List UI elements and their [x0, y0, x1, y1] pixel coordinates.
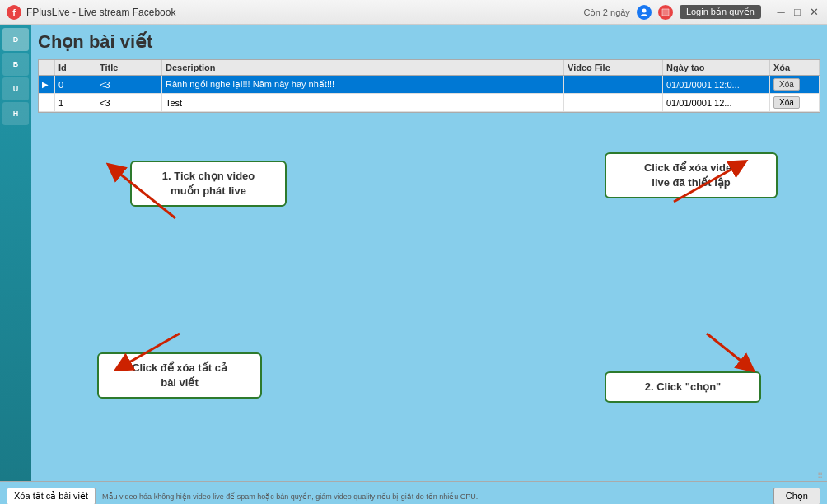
row-ngaytao: 01/01/0001 12... — [663, 94, 770, 111]
login-button[interactable]: Login bản quyền — [680, 5, 761, 19]
status-info: Còn 2 ngày — [584, 7, 630, 17]
row-arrow — [39, 94, 55, 111]
sidebar-item-d[interactable]: D — [2, 28, 29, 51]
page-title: Chọn bài viết — [38, 31, 820, 53]
col-arrow — [39, 60, 55, 75]
title-bar-right: Còn 2 ngày Login bản quyền ─ □ ✕ — [584, 5, 820, 20]
note-text: Mẫu video hóa không hiện video live để s… — [102, 492, 767, 501]
content-area: Chọn bài viết Id Title Description Video… — [31, 25, 827, 481]
maximize-button[interactable]: □ — [791, 6, 804, 19]
window-controls: ─ □ ✕ — [774, 6, 820, 19]
sidebar-item-u[interactable]: U — [2, 77, 29, 100]
sidebar: D B U H — [0, 25, 31, 481]
sidebar-item-h[interactable]: H — [2, 102, 29, 125]
row-videofile — [564, 94, 663, 111]
row-arrow: ▶ — [39, 76, 55, 93]
row-ngaytao: 01/01/0001 12:0... — [663, 76, 770, 93]
table-row[interactable]: 1 <3 Test 01/01/0001 12... Xóa — [39, 94, 820, 112]
col-ngaytao: Ngày tao — [663, 60, 770, 75]
close-button[interactable]: ✕ — [807, 6, 820, 19]
row-description: Test — [162, 94, 564, 111]
title-bar: f FPlusLive - Live stream Facebook Còn 2… — [0, 0, 827, 25]
video-table: Id Title Description Video File Ngày tao… — [38, 59, 820, 113]
app-logo: f — [7, 5, 21, 20]
user-icon[interactable] — [637, 5, 652, 20]
table-row[interactable]: ▶ 0 <3 Rành ngồi nghe lại!!! Năm này hay… — [39, 76, 820, 94]
annotation-2: Click để xóa video live đã thiết lập — [605, 152, 778, 198]
xoa-button-2[interactable]: Xóa — [773, 96, 800, 109]
annotation-4: 2. Click "chọn" — [605, 371, 761, 403]
resize-handle[interactable]: ⠿ — [817, 471, 825, 479]
annotation-1: 1. Tick chọn video muốn phát live — [130, 161, 287, 207]
svg-point-0 — [642, 8, 646, 12]
row-id: 1 — [55, 94, 96, 111]
annotation-3: Click để xóa tất cả bài viết — [97, 352, 262, 399]
row-xoa-cell: Xóa — [770, 76, 820, 93]
col-xoa: Xóa — [770, 60, 820, 75]
row-title: <3 — [96, 94, 162, 111]
delete-all-button[interactable]: Xóa tất cả bài viết — [7, 488, 96, 504]
sidebar-item-b[interactable]: B — [2, 53, 29, 76]
flag-icon[interactable] — [658, 5, 673, 20]
xoa-button-1[interactable]: Xóa — [773, 78, 800, 91]
col-id: Id — [55, 60, 96, 75]
bottom-bar: Xóa tất cả bài viết Mẫu video hóa không … — [0, 481, 827, 504]
col-title: Title — [96, 60, 162, 75]
svg-rect-1 — [662, 9, 669, 16]
row-id: 0 — [55, 76, 96, 93]
app-title: FPlusLive - Live stream Facebook — [26, 7, 584, 18]
chon-button[interactable]: Chọn — [773, 488, 820, 504]
col-description: Description — [162, 60, 564, 75]
row-title: <3 — [96, 76, 162, 93]
row-description: Rành ngồi nghe lại!!! Năm này hay nhất!!… — [162, 76, 564, 93]
minimize-button[interactable]: ─ — [774, 6, 787, 19]
row-videofile — [564, 76, 663, 93]
table-header: Id Title Description Video File Ngày tao… — [39, 60, 820, 76]
row-xoa-cell: Xóa — [770, 94, 820, 111]
col-videofile: Video File — [564, 60, 663, 75]
main-container: D B U H Chọn bài viết Id Title Descripti… — [0, 25, 827, 481]
